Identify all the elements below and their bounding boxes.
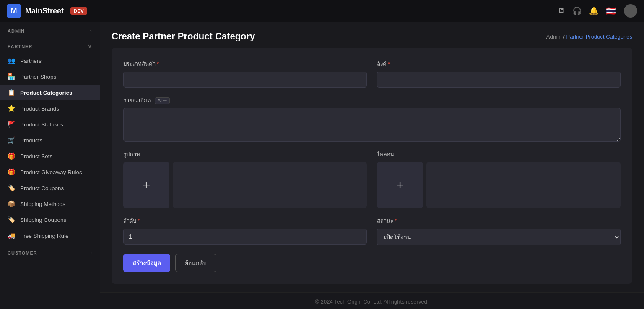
form-row-image-icon: รูปภาพ + ไอคอน + [123, 150, 621, 208]
breadcrumb: Admin / Partner Product Categories [546, 33, 632, 40]
breadcrumb-current[interactable]: Partner Product Categories [566, 33, 632, 40]
product-coupons-icon: 🏷️ [8, 184, 15, 192]
sidebar-item-product-statuses[interactable]: 🚩 Product Statuses [0, 116, 100, 132]
sidebar-item-product-brands-label: Product Brands [20, 106, 59, 112]
form-group-order: ลำดับ* [123, 216, 367, 245]
free-shipping-rule-icon: 🚚 [8, 232, 15, 239]
main-layout: ADMIN › PARTNER ∨ 👥 Partners 🏪 Partner S… [0, 22, 644, 309]
partner-chevron-icon: ∨ [88, 43, 92, 49]
create-button[interactable]: สร้างข้อมูล [123, 254, 170, 272]
sidebar-item-product-categories[interactable]: 📋 Product Categories [0, 85, 100, 100]
sidebar-item-product-sets[interactable]: 🎁 Product Sets [0, 148, 100, 164]
field-detail-label: รายละเอียด AI ✏ [123, 96, 621, 105]
sidebar-item-product-brands[interactable]: ⭐ Product Brands [0, 100, 100, 116]
sidebar-item-product-coupons-label: Product Coupons [20, 185, 64, 191]
content-header: Create Partner Product Category Admin / … [100, 22, 644, 48]
logo-text: MainStreet [25, 7, 64, 15]
customer-chevron-icon: › [90, 250, 92, 256]
topnav: M MainStreet DEV 🖥 🎧 🔔 🇹🇭 [0, 0, 644, 22]
form-group-status: สถานะ* เปิดใช้งาน ปิดใช้งาน [377, 216, 621, 245]
field-icon-label: ไอคอน [377, 150, 621, 159]
icon-upload-wide[interactable] [426, 162, 621, 208]
form-group-detail: รายละเอียด AI ✏ [123, 96, 621, 142]
form-actions: สร้างข้อมูล ย้อนกลับ [123, 254, 621, 272]
field-image-label: รูปภาพ [123, 150, 367, 159]
icon-upload-area: + [377, 162, 621, 208]
field-link-input[interactable] [377, 72, 621, 88]
sidebar-item-shipping-methods[interactable]: 📦 Shipping Methods [0, 196, 100, 212]
sidebar-item-product-giveaway-rules[interactable]: 🎁 Product Giveaway Rules [0, 164, 100, 180]
page-title: Create Partner Product Category [112, 31, 255, 42]
sidebar-item-product-coupons[interactable]: 🏷️ Product Coupons [0, 180, 100, 196]
avatar[interactable] [624, 4, 637, 18]
image-upload-area: + [123, 162, 367, 208]
sidebar-admin-header: ADMIN › [0, 22, 100, 37]
sidebar-item-partner-shops-label: Partner Shops [20, 74, 56, 80]
form-group-image: รูปภาพ + [123, 150, 367, 208]
product-sets-icon: 🎁 [8, 152, 15, 160]
ai-badge[interactable]: AI ✏ [155, 97, 170, 104]
topnav-right: 🖥 🎧 🔔 🇹🇭 [557, 4, 637, 18]
shipping-methods-icon: 📦 [8, 200, 15, 208]
form-group-type: ประเภทสินค้า* [123, 59, 367, 88]
sidebar-item-product-giveaway-rules-label: Product Giveaway Rules [20, 169, 82, 175]
form-row-type-link: ประเภทสินค้า* ลิงค์* [123, 59, 621, 88]
sidebar-item-shipping-coupons-label: Shipping Coupons [20, 217, 66, 223]
sidebar-item-shipping-methods-label: Shipping Methods [20, 201, 65, 207]
sidebar: ADMIN › PARTNER ∨ 👥 Partners 🏪 Partner S… [0, 22, 100, 309]
product-categories-icon: 📋 [8, 89, 15, 96]
bell-icon[interactable]: 🔔 [589, 6, 598, 15]
breadcrumb-admin: Admin [546, 33, 562, 40]
form-group-link: ลิงค์* [377, 59, 621, 88]
icon-upload-thumb[interactable]: + [377, 162, 423, 208]
form-row-detail: รายละเอียด AI ✏ [123, 96, 621, 142]
sidebar-item-product-sets-label: Product Sets [20, 153, 52, 160]
field-type-input[interactable] [123, 72, 367, 88]
back-button[interactable]: ย้อนกลับ [175, 254, 216, 272]
sidebar-item-product-statuses-label: Product Statuses [20, 121, 63, 128]
sidebar-partner-header[interactable]: PARTNER ∨ [0, 37, 100, 53]
form-group-icon: ไอคอน + [377, 150, 621, 208]
sidebar-item-partners-label: Partners [20, 58, 42, 64]
logo-icon: M [7, 4, 21, 18]
flag-icon[interactable]: 🇹🇭 [606, 6, 616, 16]
product-brands-icon: ⭐ [8, 105, 15, 112]
headset-icon[interactable]: 🎧 [572, 6, 582, 15]
sidebar-item-products-label: Products [20, 137, 42, 144]
footer-text: © 2024 Tech Origin Co. Ltd. All rights r… [315, 299, 429, 305]
field-order-input[interactable] [123, 229, 367, 245]
sidebar-item-shipping-coupons[interactable]: 🏷️ Shipping Coupons [0, 212, 100, 228]
partner-shops-icon: 🏪 [8, 73, 15, 80]
field-status-select[interactable]: เปิดใช้งาน ปิดใช้งาน [377, 229, 621, 245]
image-upload-thumb[interactable]: + [123, 162, 169, 208]
field-status-label: สถานะ* [377, 216, 621, 225]
field-detail-textarea[interactable] [123, 108, 621, 142]
sidebar-item-product-categories-label: Product Categories [20, 90, 73, 96]
product-giveaway-rules-icon: 🎁 [8, 168, 15, 176]
content-area: Create Partner Product Category Admin / … [100, 22, 644, 309]
monitor-icon[interactable]: 🖥 [557, 7, 565, 15]
form-card: ประเภทสินค้า* ลิงค์* รายละเอียด AI ✏ [112, 48, 632, 284]
sidebar-item-free-shipping-rule-label: Free Shipping Rule [20, 233, 69, 239]
admin-chevron-icon[interactable]: › [90, 28, 92, 34]
field-link-label: ลิงค์* [377, 59, 621, 68]
products-icon: 🛒 [8, 136, 15, 144]
footer: © 2024 Tech Origin Co. Ltd. All rights r… [100, 292, 644, 309]
image-upload-wide[interactable] [173, 162, 367, 208]
sidebar-customer-header[interactable]: CUSTOMER › [0, 244, 100, 259]
partners-icon: 👥 [8, 57, 15, 64]
sidebar-item-free-shipping-rule[interactable]: 🚚 Free Shipping Rule [0, 228, 100, 244]
product-statuses-icon: 🚩 [8, 121, 15, 128]
field-type-label: ประเภทสินค้า* [123, 59, 367, 68]
dev-badge: DEV [70, 7, 87, 15]
logo-area: M MainStreet [7, 4, 64, 18]
shipping-coupons-icon: 🏷️ [8, 216, 15, 224]
sidebar-item-partners[interactable]: 👥 Partners [0, 53, 100, 69]
sidebar-item-partner-shops[interactable]: 🏪 Partner Shops [0, 69, 100, 85]
form-row-order-status: ลำดับ* สถานะ* เปิดใช้งาน ปิดใช้งาน [123, 216, 621, 245]
field-order-label: ลำดับ* [123, 216, 367, 225]
sidebar-item-products[interactable]: 🛒 Products [0, 132, 100, 148]
